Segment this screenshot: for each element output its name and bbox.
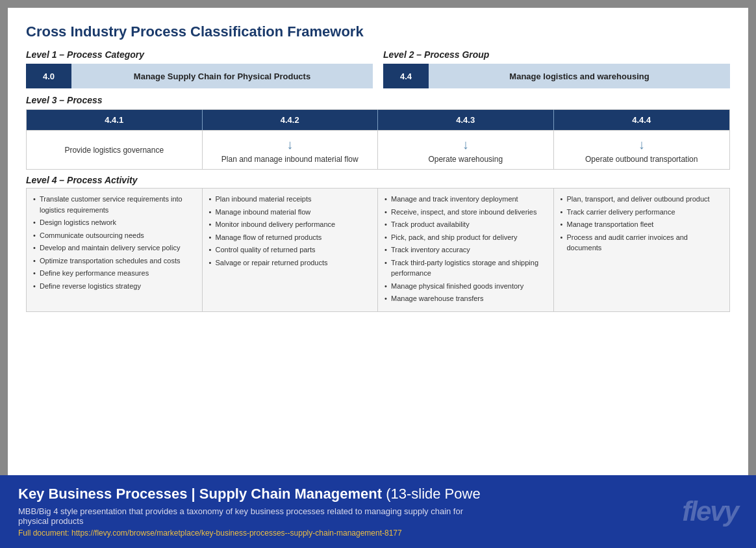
level4-list-0: Translate customer service requirements … [33, 194, 195, 291]
level4-col-0: Translate customer service requirements … [27, 189, 203, 311]
level4-label: Level 4 – Process Activity [26, 175, 730, 185]
list-item: Control quality of returned parts [209, 244, 372, 255]
list-item: Process and audit carrier invoices and d… [561, 232, 724, 254]
level3-body-2: Operate warehousing [428, 155, 503, 164]
list-item: Define reverse logistics strategy [33, 281, 195, 292]
level2-badge: 4.4 [383, 64, 429, 88]
list-item: Track inventory accuracy [384, 244, 547, 255]
level3-grid: 4.4.1 4.4.2 4.4.3 4.4.4 [26, 109, 730, 130]
footer-desc: MBB/Big 4 style presentation that provid… [18, 506, 473, 526]
list-item: Plan, transport, and deliver outbound pr… [561, 194, 724, 205]
level1-label-text: Manage Supply Chain for Physical Product… [71, 64, 373, 88]
level3-body-3: Operate outbound transportation [585, 155, 698, 164]
list-item: Manage flow of returned products [209, 232, 372, 243]
list-item: Track carrier delivery performance [561, 207, 724, 218]
list-item: Define key performance measures [33, 268, 195, 279]
levels-top-row: Level 1 – Process Category 4.0 Manage Su… [26, 49, 730, 88]
level4-list-3: Plan, transport, and deliver outbound pr… [561, 194, 724, 254]
arrow-down-2: ↓ [462, 136, 469, 152]
page-title: Cross Industry Process Classification Fr… [26, 23, 730, 40]
level4-col-1: Plan inbound material receiptsManage inb… [203, 189, 379, 311]
level1-label: Level 1 – Process Category [26, 49, 373, 60]
footer: Key Business Processes | Supply Chain Ma… [0, 475, 756, 548]
list-item: Monitor inbound delivery performance [209, 219, 372, 230]
list-item: Develop and maintain delivery service po… [33, 242, 195, 254]
list-item: Salvage or repair returned products [209, 257, 372, 268]
level3-header-1: 4.4.2 [203, 110, 379, 130]
list-item: Track third-party logistics storage and … [384, 257, 547, 279]
footer-link: Full document: https://flevy.com/browse/… [18, 528, 481, 538]
level4-list-1: Plan inbound material receiptsManage inb… [209, 194, 372, 268]
footer-left: Key Business Processes | Supply Chain Ma… [18, 486, 481, 538]
level3-label: Level 3 – Process [26, 95, 730, 105]
level4-list-2: Manage and track inventory deploymentRec… [384, 194, 547, 304]
list-item: Receive, inspect, and store inbound deli… [384, 207, 547, 218]
level2-row: 4.4 Manage logistics and warehousing [383, 64, 730, 88]
level1-row: 4.0 Manage Supply Chain for Physical Pro… [26, 64, 373, 88]
main-content: Cross Industry Process Classification Fr… [8, 8, 748, 475]
level2-block: Level 2 – Process Group 4.4 Manage logis… [378, 49, 730, 88]
level1-block: Level 1 – Process Category 4.0 Manage Su… [26, 49, 378, 88]
level3-body-0: Provide logistics governance [27, 131, 203, 169]
footer-title-suffix: (13-slide Powe [386, 486, 481, 502]
list-item: Plan inbound material receipts [209, 194, 372, 205]
footer-title: Key Business Processes | Supply Chain Ma… [18, 486, 481, 502]
list-item: Manage warehouse transfers [384, 293, 547, 304]
list-item: Manage physical finished goods inventory [384, 281, 547, 292]
level2-label: Level 2 – Process Group [383, 49, 730, 60]
footer-logo: flevy [682, 496, 738, 527]
level4-col-2: Manage and track inventory deploymentRec… [378, 189, 554, 311]
list-item: Manage inbound material flow [209, 207, 372, 218]
level3-body-row: Provide logistics governance ↓ Plan and … [26, 130, 730, 170]
list-item: Pick, pack, and ship product for deliver… [384, 232, 547, 243]
list-item: Track product availability [384, 219, 547, 230]
level4-col-3: Plan, transport, and deliver outbound pr… [554, 189, 730, 311]
footer-title-main: Key Business Processes | Supply Chain Ma… [18, 486, 382, 502]
list-item: Communicate outsourcing needs [33, 230, 195, 241]
list-item: Translate customer service requirements … [33, 194, 195, 215]
arrow-down-1: ↓ [286, 136, 293, 152]
list-item: Manage and track inventory deployment [384, 194, 547, 205]
level2-label-text: Manage logistics and warehousing [429, 64, 730, 88]
list-item: Optimize transportation schedules and co… [33, 255, 195, 267]
list-item: Manage transportation fleet [561, 219, 724, 230]
level3-header-2: 4.4.3 [378, 110, 554, 130]
level3-body-1: Plan and manage inbound material flow [221, 155, 359, 164]
level3-header-3: 4.4.4 [554, 110, 730, 130]
list-item: Design logistics network [33, 217, 195, 228]
level1-badge: 4.0 [26, 64, 71, 88]
level4-grid: Translate customer service requirements … [26, 188, 730, 312]
level3-header-0: 4.4.1 [27, 110, 203, 130]
arrow-down-3: ↓ [638, 136, 645, 152]
